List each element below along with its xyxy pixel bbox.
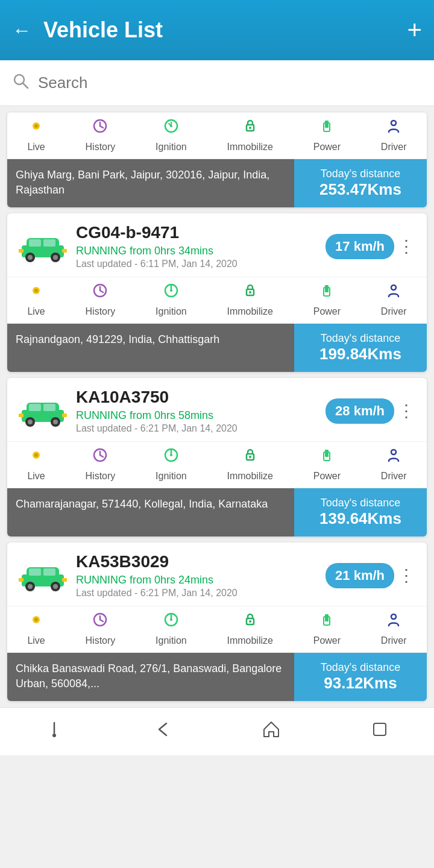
svg-rect-16 <box>29 239 41 247</box>
ignition-icon <box>163 118 180 139</box>
live-label: Live <box>27 142 45 153</box>
svg-point-41 <box>28 420 33 424</box>
card-top-2: CG04-b-9471 RUNNING from 0hrs 34mins Las… <box>7 213 427 277</box>
card-top-4: KA53B3029 RUNNING from 0hrs 24mins Last … <box>7 542 427 606</box>
driver-button-1[interactable]: Driver <box>381 118 407 153</box>
immobilize-button-4[interactable]: Immobilize <box>227 611 272 646</box>
svg-rect-23 <box>62 249 67 253</box>
address-text-2: Rajnandgaon, 491229, India, Chhattisgarh <box>7 324 294 372</box>
history-label: History <box>86 142 116 153</box>
address-row-1: Ghiya Marg, Bani Park, Jaipur, 302016, J… <box>7 159 427 207</box>
svg-line-50 <box>100 455 103 457</box>
svg-rect-81 <box>374 723 386 735</box>
updated-text-3: Last updated - 6:21 PM, Jan 14, 2020 <box>76 423 326 434</box>
history-button-1[interactable]: History <box>86 118 116 153</box>
add-vehicle-button[interactable]: + <box>407 16 422 45</box>
svg-point-25 <box>34 289 38 292</box>
immobilize-icon-4 <box>242 611 259 632</box>
distance-label-1: Today's distance <box>321 168 401 180</box>
svg-line-6 <box>100 126 103 128</box>
speed-badge-2: 17 km/h <box>326 234 394 259</box>
address-row-3: Chamarajanagar, 571440, Kollegal, India,… <box>7 488 427 536</box>
power-icon-2 <box>318 282 335 303</box>
menu-button-3[interactable]: ⋮ <box>394 401 418 421</box>
car-icon-3 <box>16 393 70 429</box>
power-icon <box>318 118 335 139</box>
distance-box-2: Today's distance 199.84Kms <box>294 324 427 372</box>
search-icon <box>12 72 29 93</box>
speed-badge-4: 21 km/h <box>326 563 394 588</box>
live-button-1[interactable]: Live <box>27 118 45 153</box>
ignition-icon-4 <box>163 611 180 632</box>
live-button-2[interactable]: Live <box>27 282 45 317</box>
nav-home-icon[interactable] <box>262 720 281 743</box>
address-text-4: Chikka Banaswadi Road, 276/1, Banaswadi,… <box>7 653 294 701</box>
ignition-button-3[interactable]: Ignition <box>156 447 187 482</box>
svg-point-19 <box>28 255 33 260</box>
svg-line-28 <box>100 291 103 292</box>
driver-button-3[interactable]: Driver <box>381 447 407 482</box>
power-button-3[interactable]: Power <box>313 447 341 482</box>
power-button-4[interactable]: Power <box>313 611 341 646</box>
svg-rect-44 <box>19 414 24 417</box>
card-info-3: KA10A3750 RUNNING from 0hrs 58mins Last … <box>70 388 326 434</box>
history-icon-4 <box>92 611 108 632</box>
ignition-button-4[interactable]: Ignition <box>156 611 187 646</box>
svg-rect-67 <box>62 578 67 582</box>
ignition-icon-2 <box>163 282 180 303</box>
svg-line-1 <box>23 83 28 88</box>
svg-rect-33 <box>325 285 329 292</box>
back-button[interactable]: ← <box>12 19 31 42</box>
immobilize-button-3[interactable]: Immobilize <box>227 447 272 482</box>
distance-box-4: Today's distance 93.12Kms <box>294 653 427 701</box>
vehicle-id-4: KA53B3029 <box>76 552 326 571</box>
history-icon-3 <box>92 447 108 468</box>
power-icon-3 <box>318 447 335 468</box>
ignition-icon-3 <box>163 447 180 468</box>
driver-icon-3 <box>385 447 402 468</box>
menu-button-2[interactable]: ⋮ <box>394 236 418 256</box>
ignition-button-2[interactable]: Ignition <box>156 282 187 317</box>
running-text-2: RUNNING from 0hrs 34mins <box>76 245 326 257</box>
driver-button-4[interactable]: Driver <box>381 611 407 646</box>
car-icon-2 <box>16 228 70 265</box>
immobilize-icon-2 <box>242 282 259 303</box>
history-button-3[interactable]: History <box>86 447 116 482</box>
live-button-4[interactable]: Live <box>27 611 45 646</box>
svg-rect-17 <box>43 239 55 247</box>
card-info-4: KA53B3029 RUNNING from 0hrs 24mins Last … <box>70 552 326 599</box>
search-input[interactable] <box>38 74 422 92</box>
svg-point-10 <box>249 127 251 129</box>
live-button-3[interactable]: Live <box>27 447 45 482</box>
action-row-3: Live History Ignition Immobilize Power <box>7 441 427 488</box>
nav-recent-icon[interactable] <box>370 720 389 743</box>
nav-menu-icon[interactable] <box>45 720 64 743</box>
history-button-4[interactable]: History <box>86 611 116 646</box>
menu-button-4[interactable]: ⋮ <box>394 565 418 585</box>
vehicle-card-4: KA53B3029 RUNNING from 0hrs 24mins Last … <box>7 542 427 701</box>
svg-point-80 <box>52 734 56 737</box>
driver-button-2[interactable]: Driver <box>381 282 407 317</box>
immobilize-icon <box>242 118 259 139</box>
ignition-button-1[interactable]: Ignition <box>156 118 187 153</box>
distance-box-1: Today's distance 253.47Kms <box>294 159 427 207</box>
svg-line-72 <box>100 620 103 621</box>
history-button-2[interactable]: History <box>86 282 116 317</box>
svg-rect-11 <box>325 121 329 128</box>
power-button-2[interactable]: Power <box>313 282 341 317</box>
address-row-2: Rajnandgaon, 491229, India, Chhattisgarh… <box>7 324 427 372</box>
nav-back-icon[interactable] <box>153 720 172 743</box>
power-button-1[interactable]: Power <box>313 118 341 153</box>
page-title: Vehicle List <box>43 17 395 43</box>
svg-point-79 <box>391 614 396 619</box>
svg-point-3 <box>34 124 38 128</box>
running-text-4: RUNNING from 0hrs 24mins <box>76 574 326 587</box>
live-icon <box>28 118 45 139</box>
search-bar <box>0 60 434 106</box>
immobilize-button-2[interactable]: Immobilize <box>227 282 272 317</box>
svg-point-43 <box>53 420 58 424</box>
immobilize-button-1[interactable]: Immobilize <box>227 118 272 153</box>
svg-rect-45 <box>62 414 67 417</box>
svg-point-69 <box>34 618 38 621</box>
vehicle-id-3: KA10A3750 <box>76 388 326 407</box>
